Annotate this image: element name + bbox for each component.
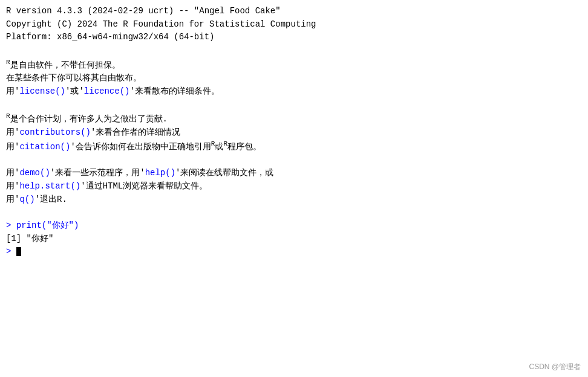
console-line: 用'help.start()'通过HTML浏览器来看帮助文件。: [6, 180, 582, 193]
console-line: 用'demo()'来看一些示范程序，用'help()'来阅读在线帮助文件，或: [6, 167, 582, 180]
console-line: Copyright (C) 2024 The R Foundation for …: [6, 18, 582, 31]
console-prompt-command: > print("你好"): [6, 219, 582, 233]
console-line: [6, 98, 582, 111]
console-line: R是个合作计划，有许多人为之做出了贡献.: [6, 111, 582, 126]
cursor-blink: [16, 247, 21, 256]
console-line: [6, 206, 582, 219]
console-prompt-active[interactable]: >: [6, 245, 582, 259]
console-line: [6, 154, 582, 167]
watermark: CSDN @管理者: [529, 362, 581, 372]
console-line: 在某些条件下你可以将其自由散布。: [6, 72, 582, 85]
console-window: R version 4.3.3 (2024-02-29 ucrt) -- "An…: [0, 0, 588, 377]
console-line: 用'license()'或'licence()'来看散布的详细条件。: [6, 85, 582, 98]
console-line: Platform: x86_64-w64-mingw32/x64 (64-bit…: [6, 31, 582, 44]
console-line: R是自由软件，不带任何担保。: [6, 57, 582, 72]
console-output: [1] "你好": [6, 233, 582, 246]
console-line: 用'q()'退出R.: [6, 193, 582, 207]
console-body[interactable]: R version 4.3.3 (2024-02-29 ucrt) -- "An…: [0, 0, 588, 377]
console-line: 用'citation()'会告诉你如何在出版物中正确地引用R或R程序包。: [6, 139, 582, 153]
console-line: [6, 44, 582, 57]
console-line: R version 4.3.3 (2024-02-29 ucrt) -- "An…: [6, 5, 582, 18]
console-line: 用'contributors()'来看合作者的详细情况: [6, 126, 582, 140]
